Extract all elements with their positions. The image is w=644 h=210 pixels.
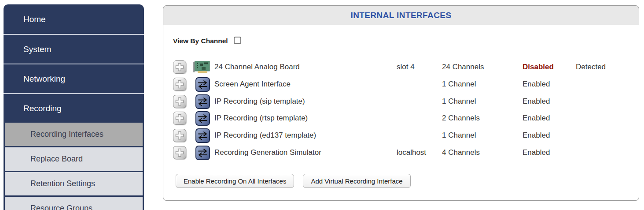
interface-name: IP Recording (ed137 template) xyxy=(214,127,316,144)
interface-status: Enabled xyxy=(523,110,550,127)
view-by-channel-label: View By Channel xyxy=(173,37,228,45)
virtual-interface-icon xyxy=(195,94,210,109)
interface-name: 24 Channel Analog Board xyxy=(214,59,300,76)
page-title: INTERNAL INTERFACES xyxy=(351,11,452,20)
action-buttons: Enable Recording On All Interfaces Add V… xyxy=(176,174,411,188)
virtual-interface-icon xyxy=(195,111,210,126)
internal-interfaces-panel: INTERNAL INTERFACES View By Channel xyxy=(163,5,639,201)
sidebar-subitem-label: Retention Settings xyxy=(30,179,95,188)
interface-status: Enabled xyxy=(523,76,550,93)
expand-plus-button[interactable] xyxy=(173,78,186,91)
interface-channels: 1 Channel xyxy=(442,93,476,110)
expand-plus-button[interactable] xyxy=(173,129,186,142)
panel-header: INTERNAL INTERFACES xyxy=(163,5,639,25)
sidebar-item-label: Recording xyxy=(23,104,62,113)
plus-icon xyxy=(175,63,184,71)
plus-icon xyxy=(175,131,184,140)
sidebar-item-networking[interactable]: Networking xyxy=(4,64,144,93)
interface-channels: 1 Channel xyxy=(442,127,476,144)
virtual-interface-icon xyxy=(195,128,210,143)
expand-plus-button[interactable] xyxy=(173,60,186,74)
page: Home System Networking Recording Recordi… xyxy=(0,0,644,210)
sidebar-item-retention-settings[interactable]: Retention Settings xyxy=(4,172,144,197)
interface-status: Enabled xyxy=(523,93,550,110)
interface-location: slot 4 xyxy=(397,59,415,76)
sidebar: Home System Networking Recording Recordi… xyxy=(4,4,144,210)
interface-status: Disabled xyxy=(523,59,554,76)
sidebar-item-recording[interactable]: Recording xyxy=(4,93,144,123)
sidebar-subitem-label: Replace Board xyxy=(30,154,83,164)
expand-plus-button[interactable] xyxy=(173,146,186,159)
interface-row: Recording Generation Simulator localhost… xyxy=(173,144,634,161)
sidebar-item-replace-board[interactable]: Replace Board xyxy=(4,147,144,172)
interface-name: IP Recording (sip template) xyxy=(214,93,305,110)
sidebar-item-label: Networking xyxy=(23,74,65,84)
interface-channels: 1 Channel xyxy=(442,76,476,93)
interface-name: IP Recording (rtsp template) xyxy=(214,110,308,127)
interface-status: Enabled xyxy=(523,144,550,161)
analog-board-icon xyxy=(193,60,210,74)
interface-status: Enabled xyxy=(523,127,550,144)
sidebar-subitem-label: Recording Interfaces xyxy=(30,130,103,139)
plus-icon xyxy=(175,114,184,123)
interface-name: Recording Generation Simulator xyxy=(214,144,321,161)
sidebar-item-recording-interfaces[interactable]: Recording Interfaces xyxy=(4,123,144,147)
panel-body: View By Channel xyxy=(163,25,639,201)
interface-row: IP Recording (rtsp template) 2 Channels … xyxy=(173,110,634,127)
interface-channels: 2 Channels xyxy=(442,110,480,127)
sidebar-item-label: Home xyxy=(23,15,46,24)
virtual-interface-icon xyxy=(195,146,210,160)
view-by-channel: View By Channel xyxy=(173,37,241,45)
interface-row: IP Recording (sip template) 1 Channel En… xyxy=(173,93,634,110)
expand-plus-button[interactable] xyxy=(173,95,186,108)
interface-location: localhost xyxy=(397,144,426,161)
expand-plus-button[interactable] xyxy=(173,112,186,125)
interface-channels: 24 Channels xyxy=(442,59,484,76)
view-by-channel-checkbox[interactable] xyxy=(234,37,241,44)
interface-row: 24 Channel Analog Board slot 4 24 Channe… xyxy=(173,59,634,76)
interface-name: Screen Agent Interface xyxy=(214,76,291,93)
interface-row: Screen Agent Interface 1 Channel Enabled xyxy=(173,76,634,93)
sidebar-item-system[interactable]: System xyxy=(4,34,144,64)
plus-icon xyxy=(175,148,184,157)
sidebar-item-home[interactable]: Home xyxy=(4,4,144,34)
add-virtual-interface-button[interactable]: Add Virtual Recording Interface xyxy=(303,174,410,188)
enable-recording-all-button[interactable]: Enable Recording On All Interfaces xyxy=(176,174,294,188)
virtual-interface-icon xyxy=(195,77,210,92)
plus-icon xyxy=(175,80,184,89)
interface-channels: 4 Channels xyxy=(442,144,480,161)
sidebar-item-resource-groups[interactable]: Resource Groups xyxy=(4,197,144,210)
plus-icon xyxy=(175,97,184,106)
interface-row: IP Recording (ed137 template) 1 Channel … xyxy=(173,127,634,144)
sidebar-subitem-label: Resource Groups xyxy=(30,204,92,210)
interface-detection: Detected xyxy=(576,59,606,76)
sidebar-item-label: System xyxy=(23,45,51,54)
interface-list: 24 Channel Analog Board slot 4 24 Channe… xyxy=(173,59,634,161)
